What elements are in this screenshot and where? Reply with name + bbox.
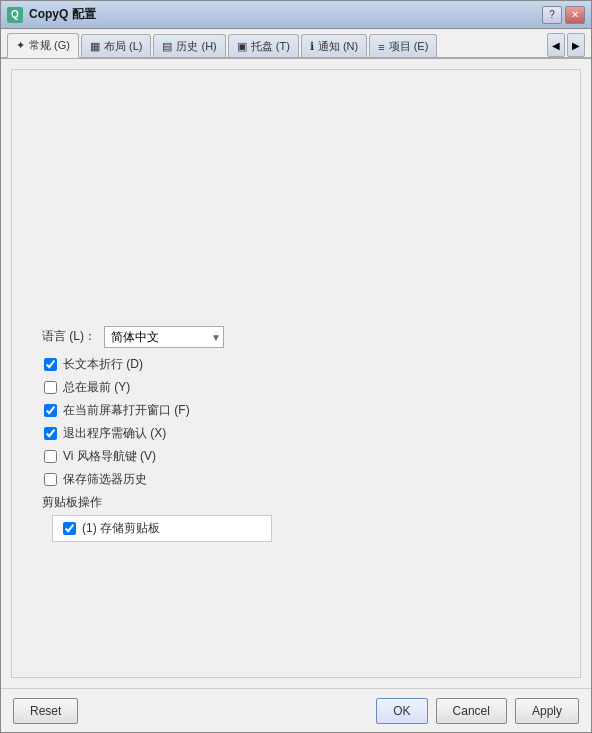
tabbar: ✦ 常规 (G) ▦ 布局 (L) ▤ 历史 (H) ▣ 托盘 (T) ℹ 通知… (1, 29, 591, 59)
checkbox-always-on-top-input[interactable] (44, 381, 57, 394)
app-icon: Q (7, 7, 23, 23)
checkbox-store-clipboard-input[interactable] (63, 522, 76, 535)
tab-nav: ◀ ▶ (547, 33, 585, 57)
tab-layout[interactable]: ▦ 布局 (L) (81, 34, 152, 57)
checkbox-store-clipboard-label[interactable]: (1) 存储剪贴板 (82, 520, 160, 537)
tab-items-label: 项目 (E) (389, 39, 429, 54)
checkbox-save-filter-label[interactable]: 保存筛选器历史 (63, 471, 147, 488)
titlebar: Q CopyQ 配置 ? ✕ (1, 1, 591, 29)
checkbox-confirm-exit: 退出程序需确认 (X) (42, 425, 550, 442)
tab-items[interactable]: ≡ 项目 (E) (369, 34, 437, 57)
ok-button[interactable]: OK (376, 698, 427, 724)
button-bar: Reset OK Cancel Apply (1, 688, 591, 732)
checkbox-save-filter-input[interactable] (44, 473, 57, 486)
clipboard-section-label: 剪贴板操作 (42, 494, 550, 511)
titlebar-buttons: ? ✕ (542, 6, 585, 24)
tab-tray[interactable]: ▣ 托盘 (T) (228, 34, 299, 57)
tab-general-icon: ✦ (16, 39, 25, 52)
checkbox-always-on-top: 总在最前 (Y) (42, 379, 550, 396)
tab-next-button[interactable]: ▶ (567, 33, 585, 57)
tab-tray-icon: ▣ (237, 40, 247, 53)
cancel-button[interactable]: Cancel (436, 698, 507, 724)
checkbox-open-on-screen-label[interactable]: 在当前屏幕打开窗口 (F) (63, 402, 190, 419)
checkbox-wrap-text: 长文本折行 (D) (42, 356, 550, 373)
checkbox-store-clipboard: (1) 存储剪贴板 (61, 520, 263, 537)
tab-layout-label: 布局 (L) (104, 39, 143, 54)
checkbox-vi-navigation: Vi 风格导航键 (V) (42, 448, 550, 465)
language-row: 语言 (L)： 简体中文 English Deutsch Français ▼ (42, 326, 550, 348)
tab-general-label: 常规 (G) (29, 38, 70, 53)
checkbox-wrap-text-label[interactable]: 长文本折行 (D) (63, 356, 143, 373)
main-window: Q CopyQ 配置 ? ✕ ✦ 常规 (G) ▦ 布局 (L) ▤ 历史 (H… (0, 0, 592, 733)
content-area: 语言 (L)： 简体中文 English Deutsch Français ▼ (1, 59, 591, 688)
tab-prev-button[interactable]: ◀ (547, 33, 565, 57)
settings-panel: 语言 (L)： 简体中文 English Deutsch Français ▼ (11, 69, 581, 678)
window-title: CopyQ 配置 (29, 6, 542, 23)
tab-history-label: 历史 (H) (176, 39, 216, 54)
tab-notify[interactable]: ℹ 通知 (N) (301, 34, 367, 57)
tab-items-icon: ≡ (378, 41, 384, 53)
language-label: 语言 (L)： (42, 328, 96, 345)
language-dropdown-wrapper: 简体中文 English Deutsch Français ▼ (104, 326, 224, 348)
tab-notify-label: 通知 (N) (318, 39, 358, 54)
tab-layout-icon: ▦ (90, 40, 100, 53)
close-button[interactable]: ✕ (565, 6, 585, 24)
reset-button[interactable]: Reset (13, 698, 78, 724)
apply-button[interactable]: Apply (515, 698, 579, 724)
checkbox-vi-navigation-label[interactable]: Vi 风格导航键 (V) (63, 448, 156, 465)
settings-inner: 语言 (L)： 简体中文 English Deutsch Français ▼ (42, 206, 550, 542)
help-button[interactable]: ? (542, 6, 562, 24)
tab-general[interactable]: ✦ 常规 (G) (7, 33, 79, 58)
checkbox-confirm-exit-label[interactable]: 退出程序需确认 (X) (63, 425, 166, 442)
checkbox-confirm-exit-input[interactable] (44, 427, 57, 440)
tab-notify-icon: ℹ (310, 40, 314, 53)
tab-history[interactable]: ▤ 历史 (H) (153, 34, 225, 57)
checkbox-wrap-text-input[interactable] (44, 358, 57, 371)
tab-tray-label: 托盘 (T) (251, 39, 290, 54)
language-select[interactable]: 简体中文 English Deutsch Français (104, 326, 224, 348)
checkbox-always-on-top-label[interactable]: 总在最前 (Y) (63, 379, 130, 396)
checkbox-vi-navigation-input[interactable] (44, 450, 57, 463)
checkbox-save-filter: 保存筛选器历史 (42, 471, 550, 488)
tab-history-icon: ▤ (162, 40, 172, 53)
checkbox-open-on-screen: 在当前屏幕打开窗口 (F) (42, 402, 550, 419)
checkbox-open-on-screen-input[interactable] (44, 404, 57, 417)
clipboard-box: (1) 存储剪贴板 (52, 515, 272, 542)
